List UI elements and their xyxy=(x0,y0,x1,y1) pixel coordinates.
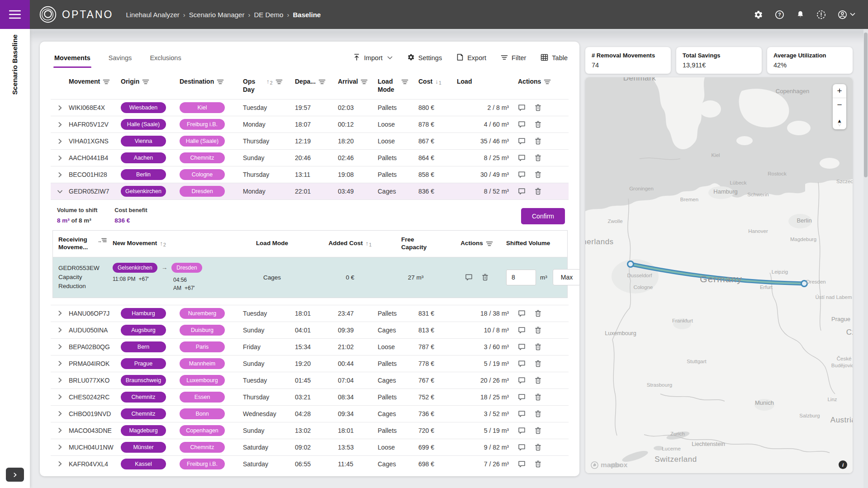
row-expander[interactable] xyxy=(51,188,69,195)
bell-icon[interactable] xyxy=(796,10,805,19)
column-header-actions[interactable]: Actions xyxy=(518,78,559,86)
breadcrumb-item[interactable]: Scenario Manager xyxy=(189,11,245,19)
delete-icon[interactable] xyxy=(535,410,541,417)
comment-icon[interactable] xyxy=(518,154,526,161)
tab-exclusions[interactable]: Exclusions xyxy=(149,52,182,68)
delete-icon[interactable] xyxy=(535,327,541,334)
filter-icon[interactable] xyxy=(103,79,110,85)
delete-icon[interactable] xyxy=(535,154,541,161)
table-row[interactable]: GEDR05ZIW7GelsenkirchenDresdenMonday22:0… xyxy=(51,183,569,199)
table-row[interactable]: KAFR04VXL4KasselFreiburg i.B.Saturday06:… xyxy=(51,455,569,472)
delete-icon[interactable] xyxy=(482,274,489,281)
table-row[interactable]: AUDU050INAAugsburgDuisburgSunday04:0109:… xyxy=(51,322,569,338)
table-row[interactable]: PRMA04IROKPragueMannheimSunday19:2000:44… xyxy=(51,355,569,372)
export-button[interactable]: Export xyxy=(456,53,486,62)
column-header-shifted-volume[interactable]: Shifted Volume xyxy=(506,240,567,247)
row-expander[interactable] xyxy=(51,360,69,367)
delete-icon[interactable] xyxy=(535,343,541,351)
column-header-added-cost[interactable]: Added Cost↑1 xyxy=(316,240,384,248)
row-expander[interactable] xyxy=(51,343,69,350)
import-button[interactable]: Import xyxy=(353,53,393,62)
row-expander[interactable] xyxy=(51,427,69,434)
delete-icon[interactable] xyxy=(535,377,541,384)
comment-icon[interactable] xyxy=(518,427,526,434)
comment-icon[interactable] xyxy=(518,444,526,451)
filter-button[interactable]: Filter xyxy=(501,54,526,62)
row-expander[interactable] xyxy=(51,138,69,145)
table-button[interactable]: Table xyxy=(541,54,568,62)
column-header-actions[interactable]: Actions xyxy=(447,240,506,247)
table-row[interactable]: MACO043DNEMagdeburgCopenhagenSunday13:02… xyxy=(51,422,569,439)
comment-icon[interactable] xyxy=(518,343,526,351)
route-destination-marker[interactable] xyxy=(802,281,807,287)
column-header-load[interactable]: Load xyxy=(457,78,518,86)
column-header-origin[interactable]: Origin xyxy=(121,78,180,86)
comment-icon[interactable] xyxy=(518,121,526,128)
row-expander[interactable] xyxy=(51,393,69,400)
column-header-depa[interactable]: Depa... xyxy=(295,78,338,86)
max-button[interactable]: Max xyxy=(553,269,579,285)
scrollbar-thumb[interactable] xyxy=(864,33,868,177)
column-header-ops-day[interactable]: Ops Day↑2 xyxy=(243,78,295,94)
filter-icon[interactable] xyxy=(486,241,493,246)
row-expander[interactable] xyxy=(51,460,69,467)
row-expander[interactable] xyxy=(51,121,69,128)
row-expander[interactable] xyxy=(51,444,69,450)
comment-icon[interactable] xyxy=(518,104,526,111)
breadcrumb-item[interactable]: Linehaul Analyzer xyxy=(126,11,179,19)
table-row[interactable]: HAFR05V12VHalle (Saale)Freiburg i.B.Mond… xyxy=(51,116,569,133)
confirm-button[interactable]: Confirm xyxy=(521,208,565,224)
column-header-movement[interactable]: Movement xyxy=(69,78,121,86)
delete-icon[interactable] xyxy=(535,393,541,401)
delete-icon[interactable] xyxy=(535,104,541,111)
delete-icon[interactable] xyxy=(535,360,541,367)
route-origin-marker[interactable] xyxy=(628,261,634,267)
row-expander[interactable] xyxy=(51,410,69,417)
row-expander[interactable] xyxy=(51,171,69,178)
filter-icon[interactable] xyxy=(275,79,283,85)
comment-icon[interactable] xyxy=(518,310,526,317)
column-header-load-mode[interactable]: Load Mode xyxy=(378,78,418,94)
tab-savings[interactable]: Savings xyxy=(108,52,133,68)
table-row[interactable]: CHBO019NVDChemnitzBonnWednesday04:2809:3… xyxy=(51,405,569,422)
comment-icon[interactable] xyxy=(518,360,526,367)
comment-icon[interactable] xyxy=(518,410,526,417)
row-expander[interactable] xyxy=(51,377,69,384)
delete-icon[interactable] xyxy=(535,310,541,317)
table-row[interactable]: WIKI068E4XWiesbadenKielTuesday19:5702:03… xyxy=(51,99,569,116)
table-row[interactable]: HANU06OP7JHamburgNurembergTuesday18:0123… xyxy=(51,305,569,322)
row-expander[interactable] xyxy=(51,310,69,317)
comment-icon[interactable] xyxy=(518,377,526,384)
comment-icon[interactable] xyxy=(518,188,526,195)
account-menu[interactable] xyxy=(838,10,855,19)
page-scrollbar[interactable] xyxy=(863,29,868,488)
delete-icon[interactable] xyxy=(535,444,541,451)
comment-icon[interactable] xyxy=(518,137,526,145)
delete-icon[interactable] xyxy=(535,137,541,145)
column-header-cost[interactable]: Cost↓1 xyxy=(418,78,457,86)
delete-icon[interactable] xyxy=(535,427,541,434)
filter-icon[interactable] xyxy=(401,79,408,85)
table-row[interactable]: BRLU077XKOBraunschweigLuxembourgTuesday0… xyxy=(51,372,569,389)
report-icon[interactable] xyxy=(816,10,826,19)
delete-icon[interactable] xyxy=(535,460,541,468)
table-row[interactable]: AACH0441B4AachenChemnitzSunday20:4602:46… xyxy=(51,149,569,166)
delete-icon[interactable] xyxy=(535,188,541,195)
filter-icon[interactable] xyxy=(544,79,551,85)
delete-icon[interactable] xyxy=(535,121,541,128)
gear-icon[interactable] xyxy=(754,10,763,19)
table-row[interactable]: MUCH04U1NWMünsterChemnitzSaturday09:0213… xyxy=(51,439,569,455)
filter-icon[interactable] xyxy=(318,79,326,85)
table-row[interactable]: BECO01HI28BerlinCologneThursday13:1119:0… xyxy=(51,166,569,183)
help-icon[interactable]: ? xyxy=(775,10,784,19)
table-row[interactable]: CHES0242RCChemnitzEssenThursday03:2108:3… xyxy=(51,389,569,405)
column-header-arrival[interactable]: Arrival xyxy=(338,78,378,86)
compass-button[interactable]: ▲▽ xyxy=(833,116,846,129)
sort-list-icon[interactable] xyxy=(98,237,107,243)
filter-icon[interactable] xyxy=(360,79,368,85)
row-expander[interactable] xyxy=(51,104,69,111)
comment-icon[interactable] xyxy=(518,460,526,468)
zoom-in-button[interactable]: + xyxy=(833,84,846,98)
column-header-destination[interactable]: Destination xyxy=(180,78,243,86)
tab-movements[interactable]: Movements xyxy=(53,52,91,68)
